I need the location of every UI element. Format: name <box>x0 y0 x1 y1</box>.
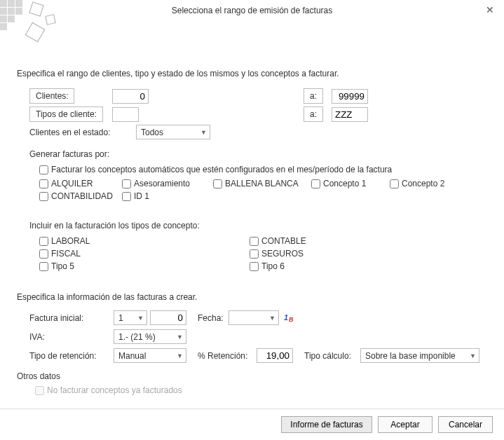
generar-opt-label: Asesoramiento <box>134 179 190 188</box>
factura-serie-value: 1 <box>118 313 123 323</box>
chevron-down-icon: ▼ <box>177 352 183 359</box>
factura-num-input[interactable] <box>150 310 186 325</box>
iva-label: IVA: <box>29 332 114 342</box>
fecha-select[interactable]: ▼ <box>229 310 279 325</box>
auto-concepts-label: Facturar los conceptos automáticos que e… <box>51 165 392 174</box>
calc-select[interactable]: Sobre la base imponible ▼ <box>360 348 479 363</box>
incluir-label-item: LABORAL <box>51 236 90 246</box>
cancelar-button[interactable]: Cancelar <box>438 416 493 433</box>
estado-value: Todos <box>141 128 163 137</box>
generar-opt-label: ALQUILER <box>51 179 93 188</box>
crear-label: Especifica la información de las factura… <box>17 292 487 302</box>
ret-tipo-value: Manual <box>118 351 146 361</box>
incluir-label-item: FISCAL <box>51 249 81 259</box>
clientes-from-input[interactable] <box>112 89 149 104</box>
incluir-checkbox[interactable] <box>250 249 259 259</box>
ret-pct-label: % Retención: <box>198 351 257 361</box>
incluir-label-item: Tipo 5 <box>51 261 74 271</box>
generar-opt-label: CONTABILIDAD <box>51 191 113 201</box>
incluir-label-item: CONTABLE <box>261 236 306 246</box>
window-title: Selecciona el rango de emisión de factur… <box>172 6 332 15</box>
incluir-label-item: SEGUROS <box>261 249 304 259</box>
chevron-down-icon: ▼ <box>137 315 144 322</box>
generar-opt-checkbox[interactable] <box>122 179 131 188</box>
ret-tipo-select[interactable]: Manual ▼ <box>114 348 186 363</box>
generar-opt-checkbox[interactable] <box>39 192 48 201</box>
iva-select[interactable]: 1.- (21 %) ▼ <box>114 329 186 344</box>
tipos-cliente-label: Tipos de cliente: <box>29 106 103 122</box>
incluir-checkbox[interactable] <box>250 262 259 271</box>
no-fact-label: No facturar conceptos ya facturados <box>47 385 182 395</box>
generar-opt-label: BALLENA BLANCA <box>225 179 299 188</box>
tipos-cliente-to-input[interactable] <box>332 107 368 122</box>
incluir-checkbox[interactable] <box>39 237 48 246</box>
factura-serie-select[interactable]: 1 ▼ <box>114 310 147 325</box>
generar-opt-checkbox[interactable] <box>311 179 320 188</box>
chevron-down-icon: ▼ <box>200 129 207 136</box>
calc-value: Sobre la base imponible <box>365 351 456 361</box>
iva-value: 1.- (21 %) <box>118 332 156 342</box>
incluir-checkbox[interactable] <box>250 237 259 246</box>
clientes-label: Clientes: <box>29 88 74 104</box>
tipos-cliente-a-label: a: <box>304 106 323 122</box>
aceptar-button[interactable]: Aceptar <box>378 416 433 433</box>
svg-text:1: 1 <box>284 313 288 322</box>
clientes-a-label: a: <box>304 88 323 104</box>
informe-button[interactable]: Informe de facturas <box>281 416 372 433</box>
generar-opt-checkbox[interactable] <box>122 192 131 201</box>
no-fact-checkbox <box>35 386 44 395</box>
auto-concepts-checkbox[interactable] <box>39 165 48 174</box>
ret-tipo-label: Tipo de retención: <box>29 351 114 361</box>
chevron-down-icon: ▼ <box>470 352 476 359</box>
incluir-checkbox[interactable] <box>39 262 48 271</box>
chevron-down-icon: ▼ <box>177 334 183 341</box>
fecha-label: Fecha: <box>198 313 229 323</box>
generar-opt-checkbox[interactable] <box>213 179 222 188</box>
close-icon[interactable]: ✕ <box>482 3 498 17</box>
incluir-checkbox[interactable] <box>39 249 48 259</box>
generar-opt-checkbox[interactable] <box>390 179 399 188</box>
chevron-down-icon: ▼ <box>269 315 275 322</box>
factura-inicial-label: Factura inicial: <box>29 313 114 323</box>
generar-label: Generar facturas por: <box>29 149 487 159</box>
estado-select[interactable]: Todos ▼ <box>136 125 210 139</box>
generar-opt-label: ID 1 <box>134 191 149 201</box>
otros-label: Otros datos <box>17 371 487 381</box>
tipos-cliente-from-input[interactable] <box>112 107 139 122</box>
incluir-label: Incluir en la facturación los tipos de c… <box>29 221 487 231</box>
generar-opt-label: Concepto 2 <box>402 179 444 188</box>
calc-label: Tipo cálculo: <box>304 351 360 361</box>
titlebar: Selecciona el rango de emisión de factur… <box>0 0 504 21</box>
incluir-label-item: Tipo 6 <box>261 261 285 271</box>
estado-label: Clientes en el estado: <box>29 128 136 137</box>
intro-text: Especifica el rango de clientes, tipo y … <box>17 69 487 78</box>
generar-opt-label: Concepto 1 <box>323 179 366 188</box>
generar-opt-checkbox[interactable] <box>39 179 48 188</box>
svg-text:B: B <box>289 316 294 323</box>
clientes-to-input[interactable] <box>332 89 368 104</box>
footer: Informe de facturas Aceptar Cancelar <box>0 408 504 440</box>
calendar-icon[interactable]: 1B <box>283 312 296 324</box>
ret-pct-input[interactable] <box>257 348 293 363</box>
